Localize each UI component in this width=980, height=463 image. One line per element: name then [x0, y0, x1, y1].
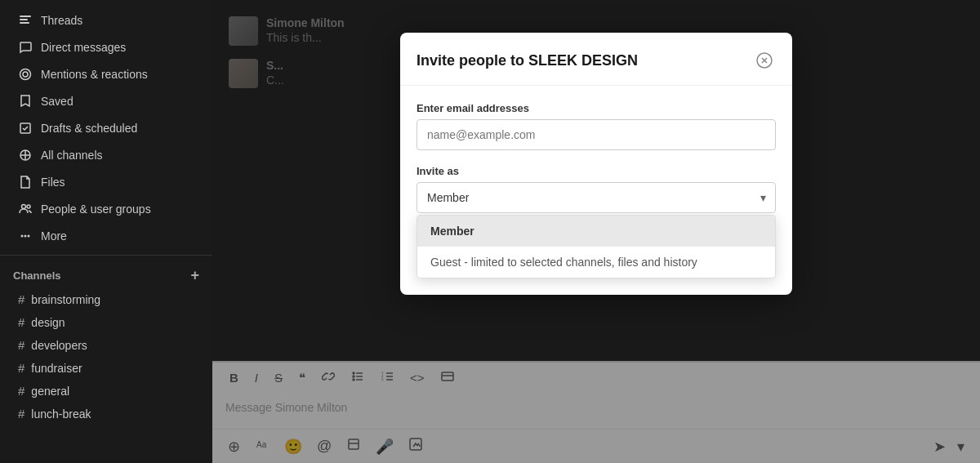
- hash-icon: #: [18, 292, 24, 306]
- drafts-icon: [18, 121, 33, 136]
- sidebar-item-direct-messages[interactable]: Direct messages: [5, 34, 207, 60]
- main-content: Simone Milton This is th... S... C... B …: [212, 0, 980, 463]
- sidebar: Threads Direct messages Mentions & react…: [0, 0, 212, 463]
- svg-point-9: [21, 235, 24, 238]
- role-dropdown-menu: Member Guest - limited to selected chann…: [416, 215, 776, 278]
- sidebar-item-drafts-scheduled[interactable]: Drafts & scheduled: [5, 115, 207, 141]
- role-select[interactable]: Member Guest - limited to selected chann…: [416, 182, 776, 213]
- hash-icon: #: [18, 407, 24, 421]
- email-label: Enter email addresses: [416, 102, 776, 114]
- saved-icon: [18, 94, 33, 109]
- svg-point-4: [20, 69, 31, 80]
- hash-icon: #: [18, 315, 24, 329]
- channel-item-lunch-break[interactable]: # lunch-break: [5, 403, 207, 425]
- sidebar-item-mentions-reactions[interactable]: Mentions & reactions: [5, 61, 207, 87]
- svg-rect-1: [20, 19, 28, 20]
- channels-list: # brainstorming # design # developers # …: [0, 287, 212, 425]
- threads-icon: [18, 13, 33, 28]
- sidebar-item-threads[interactable]: Threads: [5, 7, 207, 33]
- more-icon: [18, 229, 33, 243]
- sidebar-item-people-user-groups[interactable]: People & user groups: [5, 196, 207, 222]
- sidebar-item-more[interactable]: More: [5, 223, 207, 249]
- channel-item-general[interactable]: # general: [5, 380, 207, 402]
- sidebar-item-saved[interactable]: Saved: [5, 88, 207, 114]
- modal-close-button[interactable]: [753, 49, 776, 72]
- dropdown-item-member[interactable]: Member: [417, 216, 775, 247]
- email-input[interactable]: [416, 119, 776, 150]
- svg-rect-0: [20, 16, 31, 17]
- invite-modal: Invite people to SLEEK DESIGN Enter emai…: [400, 33, 792, 295]
- hash-icon: #: [18, 338, 24, 352]
- svg-rect-2: [20, 22, 29, 24]
- modal-body: Enter email addresses Invite as Member G…: [400, 86, 792, 295]
- svg-point-10: [24, 235, 27, 238]
- role-select-container: Member Guest - limited to selected chann…: [416, 182, 776, 213]
- add-channel-icon[interactable]: +: [190, 267, 199, 284]
- invite-as-label: Invite as: [416, 165, 776, 177]
- svg-point-11: [28, 235, 30, 238]
- channel-item-fundraiser[interactable]: # fundraiser: [5, 357, 207, 379]
- svg-point-8: [27, 205, 30, 208]
- channel-item-developers[interactable]: # developers: [5, 334, 207, 356]
- modal-title: Invite people to SLEEK DESIGN: [416, 52, 638, 69]
- direct-messages-icon: [18, 40, 33, 55]
- channels-section-header: Channels +: [0, 260, 212, 287]
- sidebar-item-files[interactable]: Files: [5, 169, 207, 195]
- channel-item-brainstorming[interactable]: # brainstorming: [5, 288, 207, 310]
- all-channels-icon: [18, 148, 33, 162]
- modal-overlay[interactable]: Invite people to SLEEK DESIGN Enter emai…: [212, 0, 980, 463]
- dropdown-item-guest[interactable]: Guest - limited to selected channels, fi…: [417, 247, 775, 278]
- hash-icon: #: [18, 361, 24, 375]
- sidebar-item-all-channels[interactable]: All channels: [5, 142, 207, 168]
- svg-point-7: [22, 205, 26, 209]
- modal-header: Invite people to SLEEK DESIGN: [400, 33, 792, 86]
- files-icon: [18, 175, 33, 189]
- hash-icon: #: [18, 384, 24, 398]
- mentions-icon: [18, 67, 33, 82]
- people-icon: [18, 202, 33, 216]
- svg-point-3: [23, 72, 28, 77]
- channel-item-design[interactable]: # design: [5, 311, 207, 333]
